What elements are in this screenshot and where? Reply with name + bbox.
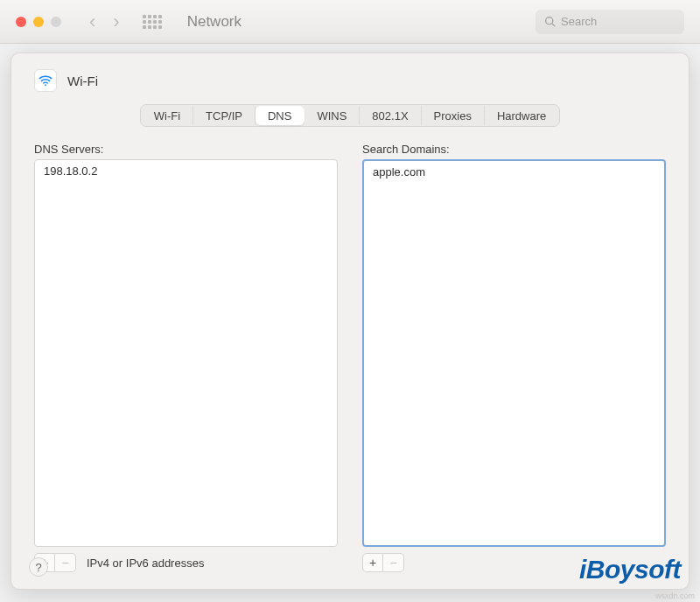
zoom-window-button[interactable] bbox=[51, 17, 61, 27]
dns-servers-label: DNS Servers: bbox=[34, 143, 338, 156]
search-domains-column: Search Domains: apple.com + − bbox=[362, 143, 666, 573]
dns-servers-list[interactable]: 198.18.0.2 bbox=[34, 159, 338, 547]
search-domains-list[interactable]: apple.com bbox=[362, 159, 666, 547]
credit-text: wsxdn.com bbox=[655, 592, 695, 600]
tab-proxies[interactable]: Proxies bbox=[422, 106, 485, 125]
tab-bar: Wi-Fi TCP/IP DNS WINS 802.1X Proxies Har… bbox=[140, 104, 561, 127]
traffic-lights bbox=[16, 17, 61, 27]
close-window-button[interactable] bbox=[16, 17, 26, 27]
tab-dns[interactable]: DNS bbox=[256, 106, 304, 125]
window-toolbar: ‹ › Network Search bbox=[0, 0, 700, 44]
remove-dns-server-button[interactable]: − bbox=[55, 553, 76, 572]
add-search-domain-button[interactable]: + bbox=[362, 553, 383, 572]
tab-tcpip[interactable]: TCP/IP bbox=[193, 106, 256, 125]
list-item[interactable]: apple.com bbox=[364, 161, 664, 183]
nav-arrows: ‹ › bbox=[89, 10, 120, 33]
search-icon bbox=[544, 16, 556, 27]
window-title: Network bbox=[187, 13, 242, 31]
sheet-header: Wi-Fi bbox=[34, 69, 666, 92]
settings-sheet: Wi-Fi Wi-Fi TCP/IP DNS WINS 802.1X Proxi… bbox=[10, 52, 690, 590]
forward-button[interactable]: › bbox=[113, 10, 119, 33]
tab-hardware[interactable]: Hardware bbox=[485, 106, 558, 125]
list-item[interactable]: 198.18.0.2 bbox=[35, 160, 337, 182]
help-button[interactable]: ? bbox=[29, 557, 48, 577]
sheet-footer: ? bbox=[29, 557, 48, 577]
svg-line-1 bbox=[552, 24, 555, 26]
dns-servers-column: DNS Servers: 198.18.0.2 + − IPv4 or IPv6… bbox=[34, 143, 338, 573]
svg-point-0 bbox=[546, 18, 553, 24]
dns-columns: DNS Servers: 198.18.0.2 + − IPv4 or IPv6… bbox=[34, 143, 666, 573]
apps-grid-icon[interactable] bbox=[143, 15, 161, 28]
tab-wins[interactable]: WINS bbox=[304, 106, 360, 125]
tab-8021x[interactable]: 802.1X bbox=[360, 106, 421, 125]
dns-servers-hint: IPv4 or IPv6 addresses bbox=[87, 556, 204, 570]
minimize-window-button[interactable] bbox=[33, 17, 44, 27]
tab-wifi[interactable]: Wi-Fi bbox=[142, 106, 193, 125]
search-placeholder: Search bbox=[561, 15, 597, 28]
svg-point-2 bbox=[45, 84, 46, 86]
wifi-icon bbox=[34, 69, 57, 92]
watermark-logo: iBoysoft bbox=[579, 555, 681, 584]
dns-servers-controls: + − IPv4 or IPv6 addresses bbox=[34, 552, 338, 573]
search-domains-label: Search Domains: bbox=[362, 143, 666, 156]
search-input[interactable]: Search bbox=[536, 10, 684, 34]
sheet-title: Wi-Fi bbox=[67, 74, 98, 88]
remove-search-domain-button[interactable]: − bbox=[383, 553, 404, 572]
back-button[interactable]: ‹ bbox=[89, 10, 95, 33]
